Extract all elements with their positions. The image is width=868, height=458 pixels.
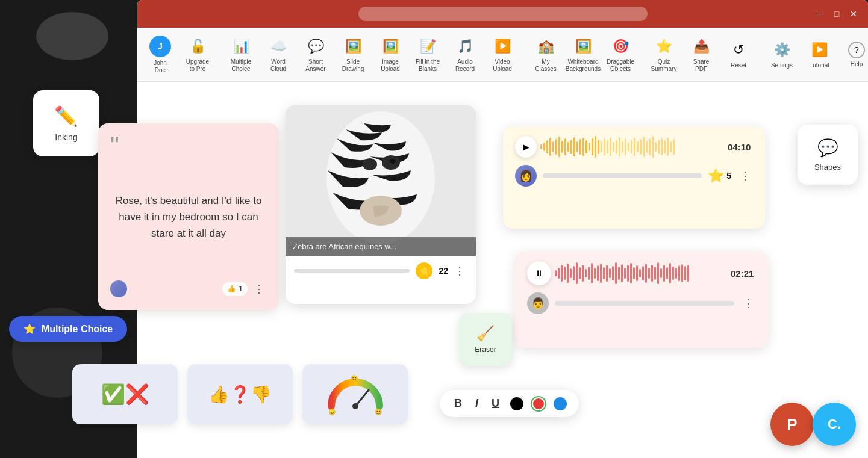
quote-text: Rose, it's beautiful and I'd like to hav…: [110, 162, 267, 273]
svg-text:😊: 😊: [351, 374, 358, 382]
text-format-toolbar: B I U: [440, 390, 579, 417]
rating-gauge-svg: 😠 😊 😄: [325, 373, 386, 415]
zebra-card: Zebra are African equines w... ⭐ 22 ⋮: [286, 105, 476, 304]
toolbar-settings[interactable]: ⚙️ Settings: [764, 37, 800, 73]
toolbar-video-upload[interactable]: ▶️ VideoUpload: [484, 33, 520, 76]
share-pdf-icon: 📤: [692, 37, 711, 56]
svg-point-3: [390, 159, 396, 164]
color-red[interactable]: [532, 397, 545, 410]
my-classes-label: MyClasses: [535, 58, 557, 73]
quiz-summary-label: QuizSummary: [651, 58, 677, 73]
toolbar-multiple-choice[interactable]: 📊 MultipleChoice: [223, 33, 259, 76]
toolbar-quiz-summary[interactable]: ⭐ QuizSummary: [646, 33, 682, 76]
window-controls: ─ □ ✕: [815, 9, 858, 19]
correct-icon: ✅: [101, 383, 125, 406]
app-logos-container: P C.: [778, 403, 856, 446]
zebra-score: 22: [439, 266, 448, 276]
toolbar-tutorial[interactable]: ▶️ Tutorial: [801, 37, 837, 73]
toolbar-word-cloud[interactable]: ☁️ WordCloud: [260, 33, 296, 76]
thumbs-down-icon: 👎: [251, 385, 272, 404]
reset-label: Reset: [731, 62, 746, 69]
svg-point-7: [352, 403, 358, 409]
audio-pause-button[interactable]: ⏸: [527, 261, 551, 285]
user-audio-progress-yellow: [543, 173, 702, 178]
toolbar-audio-record[interactable]: 🎵 AudioRecord: [447, 33, 483, 76]
user-score-yellow: 5: [726, 171, 731, 181]
audio-record-icon: 🎵: [455, 37, 475, 56]
minimize-button[interactable]: ─: [815, 9, 825, 19]
audio-user-avatar-pink: 👨: [527, 292, 549, 314]
fill-blanks-label: Fill in theBlanks: [416, 58, 440, 73]
settings-icon: ⚙️: [772, 40, 792, 60]
image-upload-icon: 🖼️: [381, 37, 400, 56]
fill-blanks-icon: 📝: [418, 37, 437, 56]
question-mark-icon: ❓: [229, 385, 251, 404]
word-cloud-icon: ☁️: [269, 37, 288, 56]
quote-card: " Rose, it's beautiful and I'd like to h…: [98, 123, 279, 310]
audio-waveform-yellow: ▶ 04:10: [515, 136, 753, 158]
bold-button[interactable]: B: [452, 396, 464, 411]
inking-card[interactable]: ✏️ Inking: [33, 90, 99, 156]
thumbs-card[interactable]: 👍 ❓ 👎: [187, 364, 293, 424]
toolbar-fill-blanks[interactable]: 📝 Fill in theBlanks: [410, 33, 446, 76]
audio-card-pink: ⏸ 02:21 👨 ⋮: [515, 252, 768, 348]
audio-more-options-yellow[interactable]: ⋮: [737, 167, 753, 185]
audio-more-options-pink[interactable]: ⋮: [740, 294, 756, 312]
waveform-bars-pink: [555, 262, 727, 284]
audio-play-button[interactable]: ▶: [515, 136, 537, 158]
upgrade-button[interactable]: 🔓 Upgradeto Pro: [180, 33, 216, 76]
toolbar-reset[interactable]: ↺ Reset: [720, 37, 757, 73]
toolbar-slide-drawing[interactable]: 🖼️ SlideDrawing: [335, 33, 371, 76]
image-upload-label: ImageUpload: [381, 58, 400, 73]
rating-gauge-card[interactable]: 😠 😊 😄: [302, 364, 408, 424]
waveform-bars-yellow: [540, 136, 724, 158]
audio-user-row-pink: 👨 ⋮: [527, 292, 756, 314]
correct-incorrect-card[interactable]: ✅ ❌: [72, 364, 178, 424]
toolbar-help[interactable]: ? Help: [838, 38, 868, 72]
zebra-more-options[interactable]: ⋮: [452, 262, 467, 280]
like-button[interactable]: 👍 1: [222, 282, 248, 296]
mc-star-icon: ⭐: [23, 323, 36, 335]
underline-button[interactable]: U: [489, 396, 502, 411]
thumbs-up-icon: 👍: [208, 385, 229, 404]
italic-button[interactable]: I: [473, 396, 481, 411]
zebra-star-badge: ⭐: [416, 262, 432, 279]
more-options-button[interactable]: ⋮: [251, 280, 267, 298]
draggable-label: DraggableObjects: [607, 58, 634, 73]
tutorial-icon: ▶️: [810, 40, 829, 60]
zebra-caption: Zebra are African equines w...: [286, 237, 476, 256]
title-bar: ─ □ ✕: [137, 0, 868, 28]
toolbar-share-pdf[interactable]: 📤 SharePDF: [683, 33, 719, 76]
multiple-choice-button[interactable]: ⭐ Multiple Choice: [9, 316, 127, 342]
user-audio-progress-pink: [555, 301, 734, 306]
incorrect-icon: ❌: [125, 383, 149, 406]
audio-waveform-pink: ⏸ 02:21: [527, 261, 756, 285]
maximize-button[interactable]: □: [832, 9, 841, 19]
toolbar-my-classes[interactable]: 🏫 MyClasses: [528, 33, 564, 76]
audio-time-pink: 02:21: [731, 268, 756, 279]
zebra-image: Zebra are African equines w...: [286, 105, 476, 256]
user-profile-button[interactable]: J John Doe: [142, 32, 178, 78]
inking-icon: ✏️: [54, 105, 78, 128]
toolbar-short-answer[interactable]: 💬 ShortAnswer: [298, 33, 334, 76]
shapes-label: Shapes: [814, 162, 841, 172]
close-button[interactable]: ✕: [849, 9, 858, 19]
zebra-progress-bar: [294, 269, 410, 273]
audio-user-avatar-yellow: 👩: [515, 165, 537, 187]
share-pdf-label: SharePDF: [693, 58, 710, 73]
short-answer-label: ShortAnswer: [305, 58, 325, 73]
color-blue[interactable]: [554, 397, 567, 410]
like-icon: 👍: [227, 285, 236, 293]
toolbar-whiteboard[interactable]: 🖼️ WhiteboardBackgrounds: [565, 33, 601, 76]
color-black[interactable]: [510, 397, 523, 410]
shapes-card[interactable]: 💬 Shapes: [798, 125, 858, 185]
title-bar-search: [358, 7, 648, 21]
classpoint-logo: C.: [813, 403, 856, 446]
toolbar-image-upload[interactable]: 🖼️ ImageUpload: [372, 33, 408, 76]
game-icons-row: ✅ ❌ 👍 ❓ 👎 😠 😊 😄: [72, 364, 408, 424]
toolbar-draggable[interactable]: 🎯 DraggableObjects: [602, 33, 639, 76]
shapes-icon: 💬: [817, 138, 838, 158]
svg-text:😠: 😠: [328, 408, 336, 415]
word-cloud-label: WordCloud: [270, 58, 286, 73]
eraser-card[interactable]: 🧹 Eraser: [459, 313, 512, 366]
